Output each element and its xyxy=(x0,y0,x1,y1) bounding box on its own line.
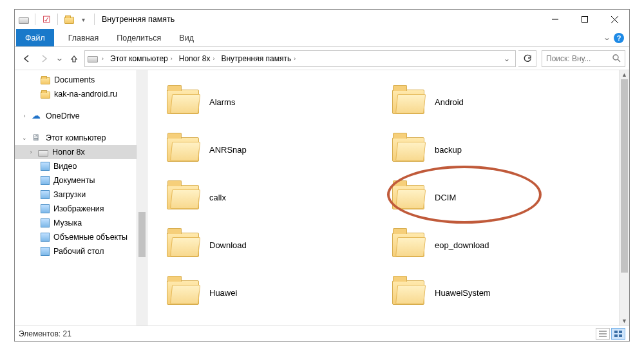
svg-rect-9 xyxy=(614,331,618,333)
svg-rect-11 xyxy=(614,334,618,337)
titlebar: ☑ ▾ Внутренняя память xyxy=(15,10,629,29)
nav-item-onedrive[interactable]: › ☁ OneDrive xyxy=(15,109,147,123)
folder-icon xyxy=(392,233,424,257)
music-icon xyxy=(41,218,50,227)
folder-item[interactable]: callx xyxy=(155,173,381,221)
refresh-button[interactable] xyxy=(518,50,536,67)
nav-item-site[interactable]: kak-na-android.ru xyxy=(15,87,147,101)
folder-item[interactable]: Android xyxy=(381,78,606,126)
pc-icon: 🖥 xyxy=(32,133,42,143)
objects-icon xyxy=(41,233,50,242)
up-button[interactable] xyxy=(66,51,82,66)
drive-icon xyxy=(88,56,98,63)
minimize-button[interactable] xyxy=(540,10,570,29)
separator xyxy=(35,14,35,25)
drive-icon xyxy=(19,14,29,24)
folder-icon xyxy=(392,185,424,209)
scrollbar-thumb[interactable] xyxy=(621,79,628,273)
search-icon xyxy=(612,54,621,63)
folder-item[interactable]: eop_download xyxy=(381,221,606,269)
details-view-button[interactable] xyxy=(596,328,610,340)
folder-item[interactable]: backup xyxy=(381,126,606,173)
address-dropdown-icon[interactable]: ⌄ xyxy=(501,54,513,63)
folder-icon xyxy=(392,90,424,114)
nav-item-videos[interactable]: Видео xyxy=(15,159,147,173)
qat-dropdown-icon[interactable]: ▾ xyxy=(78,14,88,24)
desktop-icon xyxy=(41,247,50,256)
nav-item-3dobjects[interactable]: Объемные объекты xyxy=(15,230,147,244)
nav-item-documents2[interactable]: Документы xyxy=(15,173,147,188)
quick-access-toolbar: ☑ ▾ xyxy=(19,14,97,25)
folder-icon xyxy=(392,137,424,162)
search-placeholder: Поиск: Вну... xyxy=(546,54,610,63)
folder-label: Alarms xyxy=(209,97,235,107)
cloud-icon: ☁ xyxy=(32,111,42,121)
ribbon: Файл Главная Поделиться Вид ⌄ ? xyxy=(15,29,629,47)
folder-icon xyxy=(392,280,424,305)
nav-item-documents[interactable]: Documents xyxy=(15,73,147,87)
folder-item[interactable]: Alarms xyxy=(155,78,381,126)
body: Documents kak-na-android.ru › ☁ OneDrive… xyxy=(15,70,629,325)
files-scrollbar[interactable]: ▲ ▼ xyxy=(619,70,629,325)
address-bar[interactable]: › Этот компьютер› Honor 8x› Внутренняя п… xyxy=(84,50,516,67)
downloads-icon xyxy=(41,190,50,199)
folder-label: callx xyxy=(209,193,226,202)
ribbon-tab-view[interactable]: Вид xyxy=(170,29,203,46)
folder-icon xyxy=(167,137,199,162)
properties-icon[interactable]: ☑ xyxy=(41,14,52,24)
address-row: ⌄ › Этот компьютер› Honor 8x› Внутренняя… xyxy=(15,47,629,70)
expand-icon[interactable]: › xyxy=(21,113,28,119)
nav-item-music[interactable]: Музыка xyxy=(15,216,147,230)
nav-item-honor8x[interactable]: › Honor 8x xyxy=(15,145,147,159)
files-pane[interactable]: AlarmsAndroidANRSnapbackupcallxDCIMDownl… xyxy=(147,70,629,325)
window-controls xyxy=(540,10,629,29)
maximize-button[interactable] xyxy=(570,10,600,29)
folder-icon xyxy=(167,233,199,257)
collapse-icon[interactable]: ⌄ xyxy=(21,135,28,141)
ribbon-tab-home[interactable]: Главная xyxy=(59,29,108,46)
status-text: Элементов: 21 xyxy=(19,329,71,338)
folder-icon xyxy=(167,185,199,209)
scroll-down-icon[interactable]: ▼ xyxy=(620,316,629,325)
breadcrumb-item: Внутренняя память› xyxy=(218,54,298,63)
ribbon-tab-file[interactable]: Файл xyxy=(16,29,54,46)
expand-ribbon-icon[interactable]: ⌄ xyxy=(603,34,611,42)
folder-item[interactable]: DCIM xyxy=(381,173,606,221)
pictures-icon xyxy=(41,204,50,213)
back-button[interactable] xyxy=(19,51,34,66)
expand-icon[interactable]: › xyxy=(28,149,34,155)
nav-item-thispc[interactable]: ⌄ 🖥 Этот компьютер xyxy=(15,131,147,145)
ribbon-tab-share[interactable]: Поделиться xyxy=(108,29,170,46)
folder-label: Huawei xyxy=(209,288,237,298)
folder-label: Android xyxy=(435,97,464,107)
folder-item[interactable]: ANRSnap xyxy=(155,126,381,173)
nav-item-desktop[interactable]: Рабочий стол xyxy=(15,244,147,258)
icons-view-button[interactable] xyxy=(611,328,625,340)
folder-label: Download xyxy=(209,240,247,250)
navpane-scrollbar[interactable] xyxy=(137,70,147,325)
close-button[interactable] xyxy=(600,10,629,29)
forward-button[interactable] xyxy=(37,51,52,66)
search-input[interactable]: Поиск: Вну... xyxy=(542,50,625,67)
folder-icon xyxy=(167,280,199,305)
folder-label: ANRSnap xyxy=(209,145,247,155)
scroll-up-icon[interactable]: ▲ xyxy=(620,70,629,79)
navigation-pane: Documents kak-na-android.ru › ☁ OneDrive… xyxy=(15,70,147,325)
folder-item[interactable]: Huawei xyxy=(155,269,381,316)
nav-item-pictures[interactable]: Изображения xyxy=(15,202,147,216)
recent-locations-button[interactable]: ⌄ xyxy=(55,51,64,66)
status-bar: Элементов: 21 xyxy=(15,325,629,341)
window-title: Внутренняя память xyxy=(102,15,175,24)
separator xyxy=(57,14,58,25)
folder-item[interactable]: Download xyxy=(155,221,381,269)
svg-rect-10 xyxy=(619,331,622,333)
ribbon-right: ⌄ ? xyxy=(604,29,629,46)
help-icon[interactable]: ? xyxy=(614,33,624,43)
folder-item[interactable]: HuaweiSystem xyxy=(381,269,606,316)
scrollbar-thumb[interactable] xyxy=(138,212,146,257)
drive-icon xyxy=(38,150,48,157)
explorer-window: ☑ ▾ Внутренняя память Файл Главная Подел… xyxy=(14,9,630,342)
nav-item-downloads[interactable]: Загрузки xyxy=(15,188,147,202)
videos-icon xyxy=(41,162,50,171)
folder-label: backup xyxy=(435,145,462,155)
